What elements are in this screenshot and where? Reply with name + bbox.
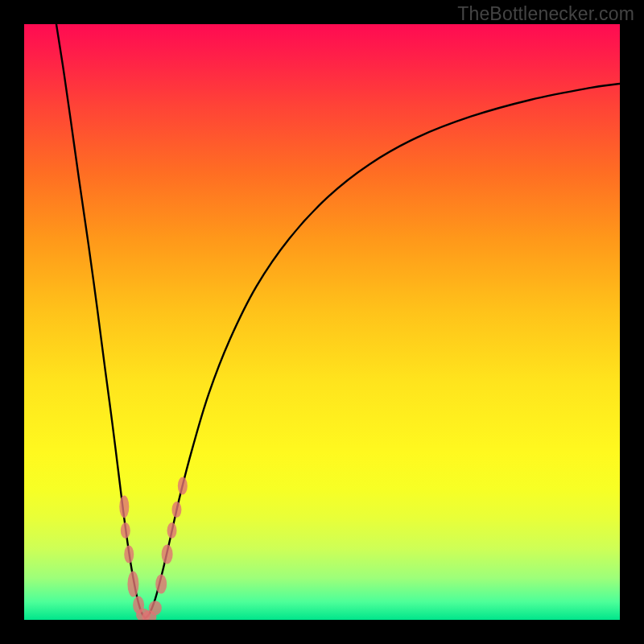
marker-dot bbox=[127, 572, 138, 597]
watermark-text: TheBottlenecker.com bbox=[457, 3, 634, 25]
marker-dot bbox=[167, 522, 177, 539]
curve-right-branch bbox=[145, 84, 620, 618]
marker-dot bbox=[124, 546, 134, 564]
marker-dot bbox=[155, 575, 167, 594]
marker-cluster bbox=[119, 477, 188, 621]
chart-frame: TheBottlenecker.com bbox=[0, 0, 644, 644]
chart-plot-area bbox=[24, 24, 620, 620]
marker-dot bbox=[119, 495, 129, 518]
marker-dot bbox=[121, 522, 130, 539]
marker-dot bbox=[162, 545, 173, 564]
marker-dot bbox=[178, 477, 188, 495]
curve-left-branch bbox=[56, 24, 145, 618]
chart-svg bbox=[24, 24, 620, 620]
marker-dot bbox=[171, 502, 181, 518]
marker-dot bbox=[149, 601, 162, 615]
